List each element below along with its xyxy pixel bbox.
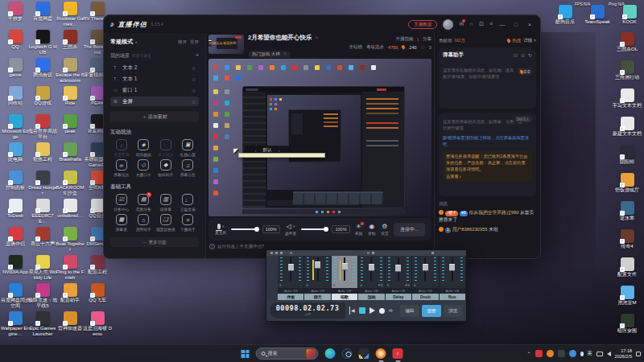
tray-app-dark-icon[interactable] [558, 350, 565, 357]
orientation-portrait[interactable]: 竖屏 [190, 39, 199, 45]
site-rank-link[interactable]: 全站榜 [349, 44, 363, 50]
tray-app-orange-icon[interactable] [547, 350, 554, 357]
channel-name[interactable]: Bus [440, 294, 465, 300]
minimize-button[interactable]: — [498, 22, 506, 27]
settings-button[interactable]: ⚙ 设置 [381, 223, 389, 236]
mixer-channel[interactable]: 4 FX Auto: Off 混响 [358, 256, 385, 300]
channel-name[interactable]: 聊天 [304, 294, 330, 300]
tray-steam-icon[interactable] [569, 350, 576, 357]
tray-mic-icon[interactable] [580, 352, 584, 356]
desktop-icon[interactable]: TeamSpeak [583, 5, 612, 31]
desktop-icon[interactable]: Epic Games Launcher [29, 311, 56, 338]
user-avatar[interactable] [443, 19, 453, 30]
desktop-icon[interactable]: Microsoft Edge [2, 114, 29, 141]
panel-settings-icon[interactable]: ⊙ [521, 52, 525, 58]
desktop-icon[interactable]: 百度网盘同步空间 [2, 283, 29, 310]
channel-automation[interactable]: Auto: Off [386, 288, 411, 294]
desktop-icon[interactable]: 三国杀OL [613, 32, 641, 59]
fader-zone[interactable] [440, 256, 465, 282]
record-button[interactable]: ◉ 录制 [368, 223, 376, 236]
desktop-icon[interactable]: QQ [2, 30, 29, 56]
beauty-button[interactable]: ✳ 美颜 [355, 223, 363, 236]
taskbar-live-companion-icon[interactable]: ♪ [393, 348, 403, 359]
broadcast-guide-link[interactable]: 开播指南 [396, 36, 414, 42]
eye-icon[interactable]: ⊙ [192, 99, 196, 105]
fader-handle[interactable] [395, 265, 401, 272]
add-scene-button[interactable]: + [196, 52, 199, 58]
desktop-icon[interactable]: 直播伴侣 [2, 227, 29, 253]
loop-button[interactable]: ∞ [389, 306, 393, 315]
return-to-start-button[interactable]: ◀ [349, 306, 355, 315]
scene-item[interactable]: ▭ 窗口 1 ⊙ [110, 85, 199, 95]
fader-handle[interactable] [449, 264, 455, 271]
feature-item[interactable]: ♩ 正版音乐 [177, 194, 200, 212]
stream-preview-canvas[interactable]: 默认 ◤ [208, 59, 431, 216]
fader-zone[interactable] [412, 256, 438, 282]
desktop-icon[interactable]: NVIDIA App [2, 255, 29, 282]
desktop-icon[interactable]: 手写文本文档 [613, 88, 641, 115]
desktop-icon[interactable]: game [2, 58, 29, 84]
menu-icon[interactable]: ≡ [489, 20, 493, 28]
fader-zone[interactable] [304, 256, 330, 282]
heat-detail-link[interactable]: 详情 > [523, 38, 536, 43]
feature-item[interactable]: ▤1 星图任务 [133, 194, 155, 212]
task-view-button[interactable]: 去查看 › [446, 174, 529, 179]
add-material-button[interactable]: ＋ 添加素材 [110, 111, 199, 122]
connect-status-button[interactable]: 连接中... [394, 223, 425, 237]
scene-item[interactable]: T 文本 1 ⊙ [110, 74, 199, 84]
desktop-icon[interactable]: Fling to the Finish [56, 255, 84, 282]
desktop-icon[interactable]: 百度网盘 [29, 2, 56, 28]
mixer-channel[interactable]: 5 FX Auto: Off Delay [386, 256, 412, 300]
feature-item[interactable]: ♫ 弹幕点歌 [177, 159, 200, 177]
feature-item[interactable]: ◌ 多人玩法 [155, 139, 177, 157]
more-functions-button[interactable]: ⋯ 更多功能 [110, 237, 199, 247]
input-language-indicator[interactable]: 英 [588, 350, 592, 357]
desktop-icon[interactable]: peak [56, 114, 84, 141]
desktop-icon[interactable]: 这是泪海楼 Demo [84, 311, 111, 338]
chat-message[interactable]: ♪樱子♥9你从我的全世界路过990 从首页推荐来了 [439, 209, 536, 224]
network-icon[interactable] [597, 352, 603, 356]
fader-handle[interactable] [315, 261, 320, 269]
desktop-icon[interactable]: 暗区突围 [613, 314, 641, 340]
start-button[interactable] [242, 350, 250, 358]
share-link[interactable]: 分享 [423, 36, 431, 42]
edit-category-icon[interactable]: ✎ [283, 51, 287, 57]
stream-category[interactable]: 热门游戏·大神 [252, 51, 280, 57]
desktop-icon[interactable]: 极限竞速：地平线5 [29, 283, 56, 310]
desktop-icon[interactable]: 歌曲工程 [29, 142, 56, 169]
desktop-icon[interactable]: 三国杀 [56, 30, 84, 56]
desktop-icon[interactable]: 阴阳师 [613, 145, 641, 171]
desktop-icon[interactable]: KOOK [615, 5, 644, 31]
eye-icon[interactable]: ⊙ [192, 76, 196, 82]
fader-zone[interactable] [278, 256, 303, 282]
feature-item[interactable]: ▦ 弹幕君 [110, 214, 133, 232]
desktop-icon[interactable]: 传奇4 [613, 229, 641, 256]
volume-icon[interactable] [607, 352, 611, 356]
feature-item[interactable]: ❏ 场景切换器 [155, 214, 177, 232]
channel-name[interactable]: Doub [412, 294, 438, 300]
channel-automation[interactable]: Auto: Off [412, 288, 438, 294]
desktop-icon[interactable]: 燕云十六声 [29, 227, 56, 253]
mixer-channel[interactable]: 1 Auto: Off 伴奏 [278, 256, 304, 300]
desktop-icon[interactable]: 配音助手 [56, 283, 84, 310]
fader-handle[interactable] [342, 263, 348, 270]
channel-automation[interactable]: Auto: Off [332, 288, 357, 294]
fader-zone[interactable] [386, 256, 411, 282]
feature-item[interactable]: ≡ 下播助手 [177, 214, 200, 232]
message-icon[interactable]: ✉ [459, 20, 464, 28]
scene-item[interactable]: ⊞ 全屏 ⊙ [110, 97, 199, 106]
mix-view-button[interactable]: 混音 [422, 305, 441, 317]
tray-chevron-icon[interactable]: ⌃ [527, 351, 531, 356]
desktop-icon[interactable]: 逆水寒 [613, 201, 641, 228]
desktop-icon[interactable]: Boat Together [56, 227, 84, 253]
desktop-icon[interactable]: 悟饭游戏厅 [613, 173, 641, 200]
feature-notice-link[interactable]: 新增[弹幕置顶]功能上线啦，点击弹幕添加置顶吧 [443, 134, 532, 147]
desktop-icon[interactable]: QQ飞车 [84, 283, 111, 310]
headset-icon[interactable]: ∩ [469, 20, 473, 28]
feature-item[interactable]: ∞ 弹幕玩法 [110, 159, 133, 177]
taskbar-running-app-icon[interactable] [376, 348, 386, 359]
channel-automation[interactable]: Auto: Off [278, 288, 303, 294]
desktop-icon[interactable]: 配音工程 [84, 255, 111, 282]
desktop-icon[interactable]: Escape the Backrooms [56, 58, 84, 84]
desktop-icon[interactable]: 酷狗音乐 [551, 5, 580, 31]
